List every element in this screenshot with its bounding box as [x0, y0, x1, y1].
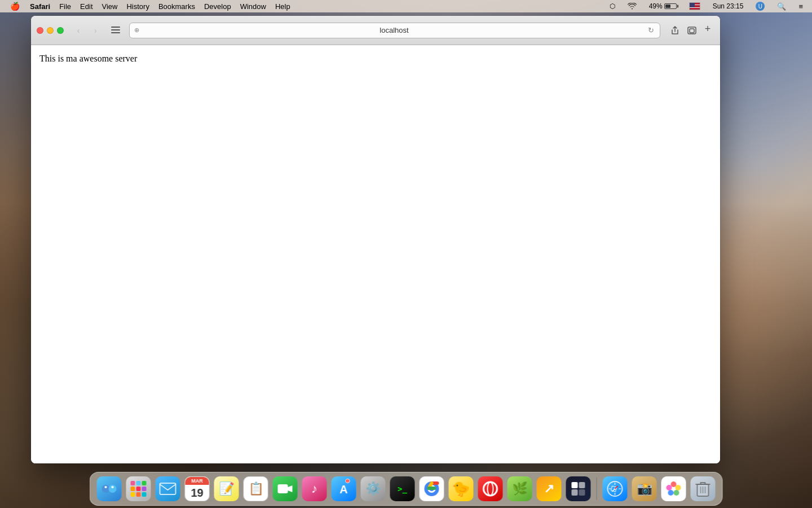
forward-button[interactable]: › [87, 23, 103, 38]
menubar-bookmarks[interactable]: Bookmarks [154, 0, 200, 12]
menubar-left: 🍎 Safari File Edit View History Bookmark… [5, 0, 295, 12]
dock-item-safari[interactable] [602, 475, 629, 502]
svg-rect-0 [111, 27, 120, 28]
sidebar-toggle[interactable] [108, 23, 123, 38]
svg-point-7 [105, 486, 107, 488]
back-icon: ‹ [77, 26, 80, 35]
menubar-edit[interactable]: Edit [76, 0, 97, 12]
share-button[interactable] [667, 23, 683, 38]
sysprefs-icon: ⚙️ [361, 476, 386, 501]
mail-icon [156, 476, 180, 501]
menubar-develop[interactable]: Develop [200, 0, 236, 12]
dock-item-copilot[interactable]: 🌿 [506, 475, 533, 502]
dock-item-sysprefs[interactable]: ⚙️ [360, 475, 387, 502]
menubar-app-name[interactable]: Safari [25, 0, 55, 12]
spotlight-icon[interactable]: 🔍 [773, 0, 791, 12]
minimize-button[interactable] [47, 27, 54, 34]
battery-fill [665, 5, 670, 8]
menubar-window[interactable]: Window [236, 0, 271, 12]
dock-item-launchpad[interactable] [125, 475, 152, 502]
address-bar[interactable]: ⊕ localhost ↻ [129, 23, 660, 38]
svg-rect-17 [579, 482, 585, 488]
terminal-icon: >_ [390, 476, 415, 501]
menubar: 🍎 Safari File Edit View History Bookmark… [0, 0, 812, 12]
clock[interactable]: Sun 23:15 [708, 0, 748, 12]
dock-item-chrome[interactable] [418, 475, 445, 502]
reminders-icon: 📋 [244, 476, 268, 501]
wifi-icon[interactable] [623, 0, 641, 12]
svg-point-24 [674, 490, 679, 496]
chrome-icon [420, 476, 444, 501]
photos-icon [661, 476, 686, 501]
browser-window: ‹ › ⊕ localhost ↻ [31, 16, 720, 463]
dock-item-calendar[interactable]: MAR 19 [184, 475, 211, 502]
dock-item-swiftly[interactable]: ↗ [536, 475, 563, 502]
dock-item-photos[interactable] [660, 475, 687, 502]
nav-buttons: ‹ › [70, 23, 103, 38]
notification-center-icon[interactable]: ≡ [794, 0, 807, 12]
dock-item-mail[interactable] [155, 475, 182, 502]
svg-point-8 [112, 486, 114, 488]
svg-rect-19 [579, 489, 585, 496]
forward-icon: › [94, 26, 97, 35]
user-avatar[interactable]: U [751, 0, 769, 12]
plus-icon: + [705, 23, 711, 35]
menubar-view[interactable]: View [98, 0, 122, 12]
dock-item-codeshot[interactable]: 📸 [631, 475, 658, 502]
browser-toolbar: ‹ › ⊕ localhost ↻ [31, 16, 720, 45]
launchpad-icon [126, 476, 151, 501]
dock-separator [597, 478, 597, 500]
extension-icon[interactable]: ⬡ [605, 0, 620, 12]
apple-icon: 🍎 [10, 2, 20, 11]
svg-point-15 [488, 482, 493, 496]
tab-overview-button[interactable] [684, 23, 700, 38]
close-button[interactable] [37, 27, 43, 34]
opera-icon [478, 476, 503, 501]
copilot-icon: 🌿 [508, 476, 532, 501]
svg-rect-4 [690, 29, 694, 33]
svg-point-26 [667, 485, 672, 491]
menubar-history[interactable]: History [122, 0, 153, 12]
apple-menu[interactable]: 🍎 [5, 0, 25, 12]
svg-rect-10 [278, 484, 288, 493]
finder-icon [97, 476, 122, 501]
dock-item-cyberduck[interactable]: 🐤 [448, 475, 475, 502]
svg-rect-2 [111, 32, 120, 33]
maximize-button[interactable] [57, 27, 64, 34]
battery-indicator[interactable]: 49% [645, 0, 681, 12]
page-text: This is ma awesome server [39, 54, 137, 63]
avatar-icon: U [756, 2, 765, 11]
calendar-icon: MAR 19 [185, 476, 210, 501]
codeshot-icon: 📸 [632, 476, 657, 501]
new-tab-button[interactable]: + [701, 23, 714, 36]
menubar-file[interactable]: File [55, 0, 76, 12]
dock: MAR 19 📝 📋 [90, 472, 723, 506]
dock-item-opera[interactable] [477, 475, 504, 502]
svg-point-22 [671, 481, 677, 487]
svg-rect-16 [572, 482, 578, 488]
dock-item-squares[interactable] [565, 475, 592, 502]
squares-icon [566, 476, 591, 501]
dock-item-trash[interactable] [690, 475, 717, 502]
input-source[interactable] [685, 0, 705, 12]
dock-item-finder[interactable] [96, 475, 123, 502]
browser-content: This is ma awesome server [31, 45, 720, 463]
menubar-help[interactable]: Help [271, 0, 295, 12]
notes-icon: 📝 [214, 476, 239, 501]
url-display: localhost [142, 26, 647, 34]
svg-point-23 [676, 485, 681, 491]
dock-item-notes[interactable]: 📝 [213, 475, 240, 502]
dock-item-terminal[interactable]: >_ [389, 475, 416, 502]
swiftly-icon: ↗ [537, 476, 562, 501]
itunes-icon: ♪ [302, 476, 327, 501]
dock-item-appstore[interactable]: A 1 [330, 475, 358, 502]
reload-button[interactable]: ↻ [647, 26, 655, 34]
back-button[interactable]: ‹ [70, 23, 86, 38]
dock-item-reminders[interactable]: 📋 [242, 475, 270, 502]
toolbar-right: + [667, 23, 714, 38]
traffic-lights [37, 27, 64, 34]
cyberduck-icon: 🐤 [449, 476, 474, 501]
trash-icon [691, 476, 716, 501]
dock-item-itunes[interactable]: ♪ [301, 475, 328, 502]
dock-item-facetime[interactable] [272, 475, 299, 502]
